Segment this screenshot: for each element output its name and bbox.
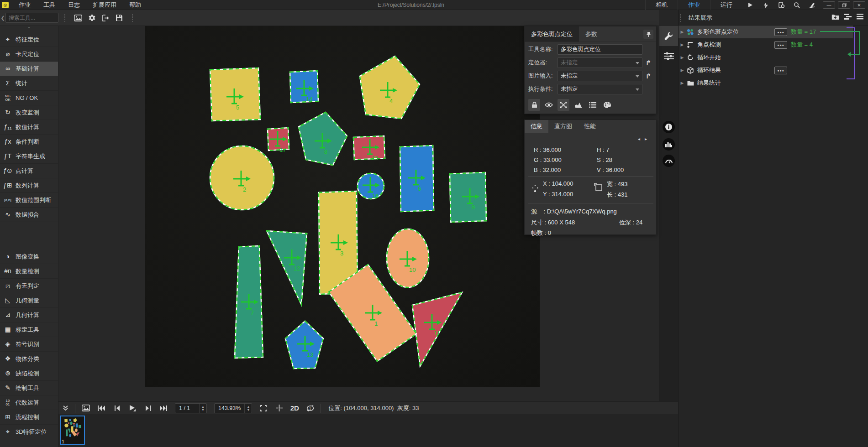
menu-item-3[interactable]: 扩展应用 — [86, 0, 123, 10]
expand-strip-icon[interactable] — [58, 403, 72, 414]
load-image-icon[interactable] — [78, 403, 94, 414]
inspected-image[interactable]: 5144178152166931271011131 — [145, 26, 540, 387]
expand-caret-icon[interactable]: ▶ — [679, 42, 686, 47]
sidebar-item[interactable]: NG OKNG / OK — [0, 91, 58, 105]
sidebar-item[interactable]: ↻改变监测 — [0, 105, 58, 120]
zoom-spinner[interactable]: 143.93% ▲▼ — [214, 403, 252, 413]
result-row-0[interactable]: ▶多彩色斑点定位●●●数量 = 17 — [679, 26, 853, 38]
drag-handle[interactable] — [679, 14, 681, 22]
center-crosshair-icon[interactable] — [271, 403, 287, 414]
sidebar-item[interactable]: ⊞流程控制 — [0, 410, 58, 425]
menu-hamburger-icon[interactable] — [857, 14, 863, 20]
quick-run-icon[interactable] — [758, 0, 773, 10]
add-folder-icon[interactable] — [831, 14, 839, 20]
info-circle-icon[interactable] — [663, 121, 675, 133]
sidebar-item[interactable]: ⊿几何计算 — [0, 308, 58, 322]
collapse-sidebar-icon[interactable]: ❮ — [0, 15, 5, 21]
field-select[interactable]: 未指定 — [558, 71, 642, 81]
sidebar-item[interactable]: ⌖特征定位 — [0, 32, 58, 47]
result-row-1[interactable]: ▶角点检测●●●数量 = 4 — [679, 38, 853, 51]
drag-handle[interactable] — [64, 14, 66, 22]
menu-item-1[interactable]: 工具 — [37, 0, 62, 10]
run-play-icon[interactable] — [742, 0, 758, 10]
mode-tab-0[interactable]: 相机 — [645, 0, 678, 10]
palette-icon[interactable] — [601, 99, 613, 111]
sidebar-item[interactable]: ƒ⊙点计算 — [0, 164, 58, 178]
save-icon[interactable] — [112, 12, 126, 23]
sidebar-item[interactable]: ⌀卡尺定位 — [0, 47, 58, 62]
minimize-button[interactable]: — — [823, 1, 835, 9]
skip-last-icon[interactable] — [156, 403, 171, 414]
info-pager-arrows[interactable]: ◂▸ — [638, 136, 652, 141]
close-button[interactable]: ✕ — [853, 1, 865, 9]
expand-caret-icon[interactable]: ▶ — [679, 30, 686, 34]
sidebar-item[interactable]: [a,b]数值范围判断 — [0, 193, 58, 208]
lock-icon[interactable] — [528, 99, 540, 111]
jump-to-source-icon[interactable]: ↱ — [644, 58, 652, 68]
tab-parameters[interactable]: 参数 — [579, 26, 604, 42]
sidebar-item[interactable]: ∞基础计算 — [0, 62, 58, 76]
spinner-arrows[interactable]: ▲▼ — [244, 404, 252, 413]
sidebar-item[interactable]: Σ统计 — [0, 76, 58, 91]
eye-visibility-icon[interactable] — [543, 99, 555, 111]
sidebar-item[interactable]: ◈符号识别 — [0, 337, 58, 352]
expand-caret-icon[interactable]: ▶ — [679, 81, 686, 85]
sidebar-item[interactable]: ◑图像变换 — [0, 249, 58, 264]
sidebar-item[interactable]: #n数量检测 — [0, 264, 58, 279]
loop-once-icon[interactable]: 1 — [302, 403, 318, 414]
restore-button[interactable] — [838, 1, 850, 9]
more-options-button[interactable]: ●●● — [774, 67, 787, 74]
play-icon[interactable] — [125, 403, 140, 414]
result-row-4[interactable]: ▶结果统计 — [679, 77, 853, 89]
tab-histogram[interactable]: 直方图 — [548, 120, 578, 133]
result-row-3[interactable]: ▶循环结果●●● — [679, 64, 853, 77]
more-options-button[interactable]: ●●● — [774, 41, 787, 49]
fit-expand-icon[interactable] — [558, 99, 569, 111]
image-thumbnail[interactable]: 1 — [60, 416, 85, 445]
histogram-circle-icon[interactable] — [663, 138, 675, 151]
tab-tool-main[interactable]: 多彩色斑点定位 — [525, 26, 579, 42]
prev-frame-icon[interactable] — [109, 403, 125, 414]
menu-item-2[interactable]: 日志 — [62, 0, 86, 10]
sidebar-item[interactable]: ⊚缺陷检测 — [0, 366, 58, 381]
eraser-tool-icon[interactable] — [805, 0, 820, 10]
pin-panel-icon[interactable] — [643, 30, 653, 39]
skip-first-icon[interactable] — [94, 403, 109, 414]
mode-tab-1[interactable]: 作业 — [678, 0, 710, 10]
next-frame-icon[interactable] — [140, 403, 156, 414]
sidebar-item[interactable]: [?]有无判定 — [0, 279, 58, 293]
sidebar-item[interactable]: ƒ⊞数列计算 — [0, 178, 58, 193]
search-icon[interactable] — [789, 0, 805, 10]
sidebar-item[interactable]: ƒx条件判断 — [0, 135, 58, 149]
frame-spinner[interactable]: 1 / 1 ▲▼ — [175, 403, 207, 413]
fit-screen-icon[interactable] — [256, 403, 271, 414]
sidebar-item[interactable]: ƒT字符串生成 — [0, 149, 58, 164]
expand-caret-icon[interactable]: ▶ — [679, 68, 686, 73]
tree-layers-icon[interactable] — [844, 14, 852, 20]
sidebar-item[interactable]: ▦标定工具 — [0, 322, 58, 337]
mode-tab-2[interactable]: 运行 — [710, 0, 742, 10]
search-input[interactable] — [5, 13, 58, 23]
tool-config-wrench-icon[interactable] — [659, 26, 679, 46]
sidebar-item[interactable]: ƒ₁₁数值计算 — [0, 120, 58, 135]
sidebar-item[interactable]: ∿数据拟合 — [0, 208, 58, 222]
tab-performance[interactable]: 性能 — [578, 120, 602, 133]
result-row-2[interactable]: ▶循环开始 — [679, 51, 853, 64]
collapse-group-icon[interactable]: ⌃ — [0, 26, 58, 32]
field-select[interactable]: 未指定 — [558, 84, 642, 94]
performance-gauge-icon[interactable] — [663, 155, 675, 167]
sidebar-item[interactable]: 10 01代数运算 — [0, 395, 58, 410]
tool-name-input[interactable] — [558, 44, 642, 55]
sidebar-item[interactable]: ❖物体分类 — [0, 352, 58, 366]
shapes-overlay-icon[interactable] — [572, 99, 584, 111]
parameters-sliders-icon[interactable] — [659, 46, 679, 66]
settings-gear-icon[interactable] — [85, 12, 99, 23]
expand-caret-icon[interactable]: ▶ — [679, 55, 686, 60]
tab-info[interactable]: 信息 — [525, 120, 548, 133]
camera-device-icon[interactable] — [773, 0, 789, 10]
mode-2d-button[interactable]: 2D — [287, 403, 302, 414]
spinner-arrows[interactable]: ▲▼ — [199, 404, 206, 413]
drag-handle[interactable] — [132, 14, 133, 22]
sidebar-item[interactable]: ◺几何测量 — [0, 293, 58, 308]
jump-to-source-icon[interactable]: ↱ — [644, 71, 652, 81]
